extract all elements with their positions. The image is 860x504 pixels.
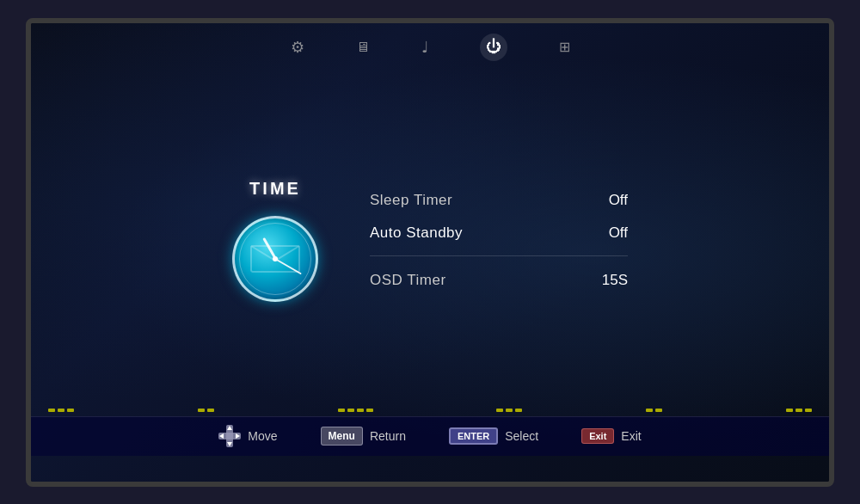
settings-icon[interactable]: ⚙ xyxy=(291,38,304,57)
status-dot xyxy=(366,409,373,412)
status-dot xyxy=(58,409,64,412)
menu-section: Sleep Timer Off Auto Standby Off OSD Tim… xyxy=(370,192,628,289)
clock-face xyxy=(232,216,318,302)
music-icon[interactable]: ♩ xyxy=(421,38,428,57)
enter-button[interactable]: ENTER xyxy=(449,427,498,445)
exit-control: Exit Exit xyxy=(581,428,642,444)
status-bar xyxy=(31,404,829,416)
status-dot xyxy=(786,409,793,412)
exit-label: Exit xyxy=(621,429,641,443)
select-label: Select xyxy=(505,429,538,443)
status-dot xyxy=(207,409,214,412)
left-section: TIME xyxy=(232,179,318,302)
enter-select-control: ENTER Select xyxy=(449,427,538,445)
top-navigation: ⚙ 🖥 ♩ ⏻ ⊞ xyxy=(31,23,829,68)
status-dot xyxy=(67,409,74,412)
dpad-icon xyxy=(218,425,241,447)
dot-group-1 xyxy=(48,409,74,412)
status-dot xyxy=(198,409,205,412)
dot-group-2 xyxy=(198,409,214,412)
status-dot xyxy=(646,409,653,412)
auto-standby-label: Auto Standby xyxy=(370,224,463,242)
status-dot xyxy=(357,409,364,412)
display-icon[interactable]: 🖥 xyxy=(356,40,370,55)
return-label: Return xyxy=(370,429,406,443)
dot-group-5 xyxy=(646,409,662,412)
exit-button[interactable]: Exit xyxy=(581,428,614,444)
osd-timer-label: OSD Timer xyxy=(370,272,446,289)
status-dot xyxy=(506,409,513,412)
menu-row-auto-standby: Auto Standby Off xyxy=(370,224,628,256)
sleep-timer-value: Off xyxy=(609,192,628,209)
clock xyxy=(232,216,318,302)
osd-timer-value: 15S xyxy=(602,272,628,289)
dot-group-3 xyxy=(338,409,373,412)
clock-center xyxy=(273,256,278,261)
status-dot xyxy=(805,409,812,412)
auto-standby-value: Off xyxy=(609,224,628,242)
status-dot xyxy=(796,409,802,412)
dot-group-6 xyxy=(786,409,812,412)
apps-icon[interactable]: ⊞ xyxy=(559,39,570,55)
power-icon[interactable]: ⏻ xyxy=(480,34,507,61)
menu-return-control: Menu Return xyxy=(321,427,406,446)
menu-row-sleep-timer: Sleep Timer Off xyxy=(370,192,628,209)
time-label: TIME xyxy=(249,179,301,199)
bottom-control-bar: Move Menu Return ENTER Select Exit Exit xyxy=(31,416,829,456)
sleep-timer-label: Sleep Timer xyxy=(370,192,452,209)
dot-group-4 xyxy=(496,409,522,412)
status-dot xyxy=(347,409,354,412)
menu-row-osd-timer: OSD Timer 15S xyxy=(370,272,628,289)
move-control: Move xyxy=(218,425,277,447)
tv-screen: ⚙ 🖥 ♩ ⏻ ⊞ TIME xyxy=(26,18,834,487)
status-dot xyxy=(48,409,55,412)
status-dot xyxy=(655,409,662,412)
status-dot xyxy=(515,409,522,412)
move-label: Move xyxy=(248,429,277,443)
main-content: TIME Sleep Timer Off xyxy=(31,77,829,404)
menu-button[interactable]: Menu xyxy=(321,427,363,446)
status-dot xyxy=(338,409,345,412)
status-dot xyxy=(496,409,503,412)
